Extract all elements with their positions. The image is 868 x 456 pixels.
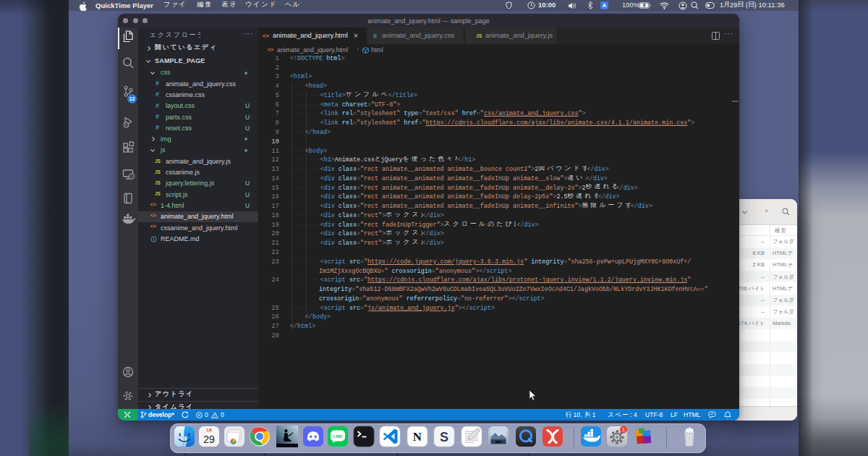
svg-text:1: 1 (622, 427, 625, 432)
svg-text:LINE: LINE (333, 434, 343, 439)
svg-text:1月: 1月 (206, 428, 213, 433)
svg-text:S: S (440, 430, 448, 444)
svg-text:29: 29 (203, 434, 215, 445)
svg-text:N: N (413, 430, 422, 444)
